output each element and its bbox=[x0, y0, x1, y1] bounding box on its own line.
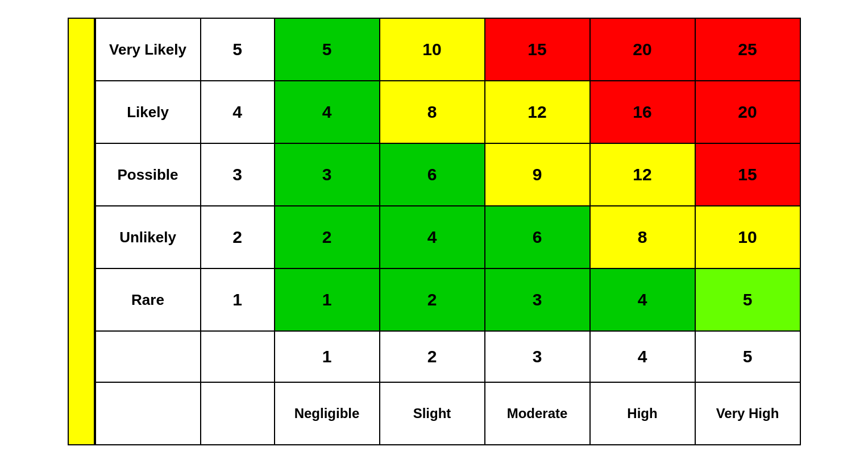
matrix-cell-r0-c4: 25 bbox=[696, 19, 801, 81]
col-number-2: 3 bbox=[485, 332, 591, 383]
bottom-empty-1 bbox=[96, 332, 201, 383]
matrix-cell-r0-c1: 10 bbox=[380, 19, 485, 81]
col-label-3: High bbox=[591, 383, 696, 445]
matrix-cell-r2-c0: 3 bbox=[275, 144, 380, 206]
row-label-4: Rare bbox=[96, 269, 201, 332]
matrix-cell-r0-c3: 20 bbox=[591, 19, 696, 81]
matrix-cell-r3-c4: 10 bbox=[696, 206, 801, 269]
matrix-cell-r3-c1: 4 bbox=[380, 206, 485, 269]
probability-axis-label bbox=[68, 18, 95, 445]
row-label-0: Very Likely bbox=[96, 19, 201, 81]
row-number-3: 2 bbox=[201, 206, 275, 269]
row-number-1: 4 bbox=[201, 81, 275, 144]
col-number-0: 1 bbox=[275, 332, 380, 383]
matrix-cell-r2-c3: 12 bbox=[591, 144, 696, 206]
row-label-1: Likely bbox=[96, 81, 201, 144]
matrix-cell-r3-c0: 2 bbox=[275, 206, 380, 269]
col-number-4: 5 bbox=[696, 332, 801, 383]
bottom-empty-2 bbox=[201, 332, 275, 383]
matrix-cell-r2-c4: 15 bbox=[696, 144, 801, 206]
row-number-4: 1 bbox=[201, 269, 275, 332]
matrix-cell-r3-c3: 8 bbox=[591, 206, 696, 269]
matrix-cell-r1-c4: 20 bbox=[696, 81, 801, 144]
risk-matrix: Very Likely5510152025Likely448121620Poss… bbox=[68, 18, 801, 445]
matrix-cell-r4-c4: 5 bbox=[696, 269, 801, 332]
matrix-top-grid: Very Likely5510152025Likely448121620Poss… bbox=[95, 18, 801, 332]
matrix-cell-r1-c0: 4 bbox=[275, 81, 380, 144]
matrix-cell-r0-c0: 5 bbox=[275, 19, 380, 81]
matrix-cell-r2-c2: 9 bbox=[485, 144, 591, 206]
row-label-3: Unlikely bbox=[96, 206, 201, 269]
matrix-table: Very Likely5510152025Likely448121620Poss… bbox=[95, 18, 801, 445]
matrix-cell-r1-c1: 8 bbox=[380, 81, 485, 144]
matrix-cell-r0-c2: 15 bbox=[485, 19, 591, 81]
bottom-empty-3 bbox=[96, 383, 201, 445]
matrix-cell-r4-c3: 4 bbox=[591, 269, 696, 332]
bottom-empty-4 bbox=[201, 383, 275, 445]
row-number-2: 3 bbox=[201, 144, 275, 206]
matrix-cell-r2-c1: 6 bbox=[380, 144, 485, 206]
col-label-0: Negligible bbox=[275, 383, 380, 445]
col-label-2: Moderate bbox=[485, 383, 591, 445]
col-number-1: 2 bbox=[380, 332, 485, 383]
col-label-4: Very High bbox=[696, 383, 801, 445]
matrix-cell-r1-c2: 12 bbox=[485, 81, 591, 144]
row-number-0: 5 bbox=[201, 19, 275, 81]
matrix-cell-r4-c2: 3 bbox=[485, 269, 591, 332]
col-label-1: Slight bbox=[380, 383, 485, 445]
row-label-2: Possible bbox=[96, 144, 201, 206]
matrix-cell-r4-c0: 1 bbox=[275, 269, 380, 332]
matrix-cell-r4-c1: 2 bbox=[380, 269, 485, 332]
matrix-cell-r1-c3: 16 bbox=[591, 81, 696, 144]
matrix-cell-r3-c2: 6 bbox=[485, 206, 591, 269]
matrix-bottom-grid: 12345NegligibleSlightModerateHighVery Hi… bbox=[95, 332, 801, 445]
col-number-3: 4 bbox=[591, 332, 696, 383]
